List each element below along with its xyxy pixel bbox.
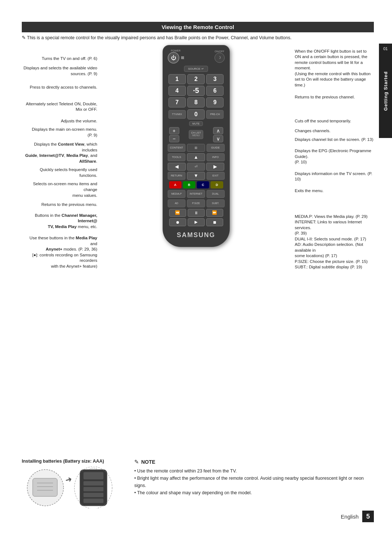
ttx-row: TTX/MIX 0 PRE-CH [166,109,226,119]
tools-label: TOOLS [172,155,181,159]
tools-info-row: TOOLS ▲ INFO [166,153,226,161]
right-label-5: Displays channel list on the screen. (P.… [295,137,374,143]
playback-row2: ⏺ ▶ ⏹ [166,218,226,226]
left-label-12: Use these buttons in the Media Play andA… [22,235,97,269]
media-internet-dual-row: MEDIA.P INTERNET DUAL [166,190,226,198]
color-d-button[interactable]: D [211,181,223,188]
remote-layout: Turns the TV on and off. (P. 6) Displays… [22,45,374,274]
page-title: Viewing the Remote Control [22,22,374,32]
channel-up-button[interactable]: ∧ [213,127,223,134]
left-labels: Turns the TV on and off. (P. 6) Displays… [22,45,102,273]
fastforward-button[interactable]: ⏩ [206,209,223,217]
note-header: ✎ NOTE [134,459,374,465]
return-button[interactable]: RETURN [168,172,186,180]
note-pencil-icon: ✎ [22,35,26,40]
dpad-enter-button[interactable]: ⏎ [187,163,205,171]
ch-list-label: CH LIST [191,131,201,134]
num-btn-6[interactable]: 6 [206,86,224,96]
left-label-4: Alternately select Teletext ON, Double,M… [22,101,97,113]
ttx-button[interactable]: TTX/MIX [168,110,186,119]
svg-rect-10 [83,493,103,497]
mediap-label: MEDIA.P [171,192,182,195]
left-label-2: Displays and selects the available video… [22,65,97,77]
ad-psize-subt-row: AD P.SIZE SUBT. [166,199,226,207]
svg-rect-9 [83,487,103,491]
samsung-brand: SAMSUNG [166,229,226,240]
left-label-5: Adjusts the volume. [22,118,97,124]
record-button[interactable]: ⏺ [169,218,186,226]
vol-ch-area: + − CH LIST MENU ∧ ∨ [166,127,226,142]
num-btn-8[interactable]: 8 [187,97,205,107]
ad-label: AD [175,202,178,204]
exit-button[interactable]: EXIT [207,172,225,180]
color-b-button[interactable]: B [183,181,195,188]
right-label-3: Cuts off the sound temporarily. [295,118,374,124]
note-title: NOTE [141,459,155,465]
num-btn-9[interactable]: 9 [206,97,224,107]
ad-button[interactable]: AD [168,199,186,207]
onoff-label: ON/OFF [215,50,225,53]
channel-buttons: ∧ ∨ [213,127,223,142]
psize-button[interactable]: P.SIZE [187,199,205,207]
dual-label: DUAL [212,192,219,195]
left-label-9: Selects on-screen menu items and changem… [22,181,97,198]
play-button[interactable]: ▶ [188,218,205,226]
color-a-button[interactable]: A [169,181,181,188]
num-btn-dot5[interactable]: ·5 [187,86,205,96]
side-tab: 01 Getting Started [379,44,392,138]
num-btn-7[interactable]: 7 [168,97,186,107]
remote-top-row: POWER ⏻ ·· ON/OFF ☽ [166,49,226,64]
dpad-up-button[interactable]: ▲ [187,153,205,161]
mute-button[interactable]: MUTE [189,121,203,126]
mediap-button[interactable]: MEDIA.P [168,190,186,198]
rewind-button[interactable]: ⏪ [169,209,186,217]
note-section: ✎ NOTE Use the remote control within 23 … [134,459,374,496]
note-pencil-icon: ✎ [134,459,139,465]
dpad-down-button[interactable]: ▼ [187,172,205,180]
intro-note: ✎ This is a special remote control for t… [22,34,374,41]
subt-button[interactable]: SUBT. [207,199,225,207]
power-label: POWER [168,49,184,52]
left-label-6: Displays the main on-screen menu.(P. 9) [22,127,97,138]
note-item-1: Use the remote control within 23 feet fr… [134,467,374,475]
source-button[interactable]: SOURCE ↵ [184,66,208,72]
info-button[interactable]: INFO [207,153,225,161]
pause-button[interactable]: ⏸ [188,209,205,217]
num-btn-3[interactable]: 3 [206,74,224,84]
content-button[interactable]: CONTENT [168,144,186,152]
prech-label: PRE-CH [210,113,220,115]
note-item-3: The colour and shape may vary depending … [134,489,374,496]
internet-button[interactable]: INTERNET [187,190,205,198]
stop-button[interactable]: ⏹ [206,218,223,226]
subt-label: SUBT. [212,202,219,204]
num-btn-2[interactable]: 2 [187,74,205,84]
remote-container: POWER ⏻ ·· ON/OFF ☽ SOURCE [102,45,290,247]
power-button[interactable]: ⏻ [168,52,179,64]
channel-down-button[interactable]: ∨ [213,135,223,142]
dpad-left-button[interactable]: ◀ [168,163,186,171]
ttx-label: TTX/MIX [172,113,182,116]
num-btn-0[interactable]: 0 [187,109,205,119]
right-label-7: Displays information on the TV screen. (… [295,171,374,182]
battery-illustration: ➜ [22,467,116,508]
dpad-right-button[interactable]: ▶ [206,163,224,171]
number-grid: 1 2 3 4 ·5 6 7 8 9 [166,74,226,107]
right-label-9: MEDIA.P: Views the Media play. (P. 29)IN… [295,214,374,270]
remote-control: POWER ⏻ ·· ON/OFF ☽ SOURCE [163,45,230,247]
dual-button[interactable]: DUAL [207,190,225,198]
mute-label: MUTE [192,122,200,125]
mute-row: MUTE [166,121,226,126]
onoff-button[interactable]: ☽ [215,53,225,63]
prech-button[interactable]: PRE-CH [206,110,224,119]
color-c-button[interactable]: C [197,181,209,188]
num-btn-1[interactable]: 1 [168,74,186,84]
guide-button[interactable]: GUIDE [207,144,225,152]
main-content: ✎ This is a special remote control for t… [22,34,374,508]
note-list: Use the remote control within 23 feet fr… [134,467,374,496]
volume-up-button[interactable]: + [169,127,179,134]
num-btn-4[interactable]: 4 [168,86,186,96]
ch-list-button[interactable]: CH LIST MENU [189,130,204,139]
tools-button[interactable]: TOOLS [168,153,186,161]
volume-down-button[interactable]: − [169,135,179,142]
power-dot: ·· [181,56,184,59]
